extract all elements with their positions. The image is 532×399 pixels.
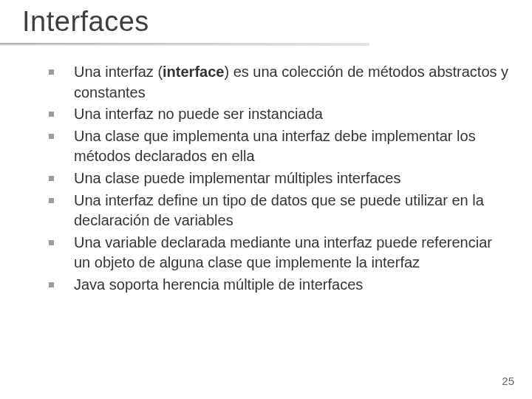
bullet-list: Una interfaz (interface) es una colecció…	[44, 62, 510, 297]
list-item-text: Una clase puede implementar múltiples in…	[74, 168, 510, 189]
list-item: Una interfaz no puede ser instanciada	[44, 104, 510, 125]
bullet-icon	[44, 191, 74, 231]
title-underline	[0, 43, 369, 44]
bullet-icon	[44, 168, 74, 189]
slide-title: Interfaces	[22, 6, 149, 38]
bullet-icon	[44, 233, 74, 273]
list-item: Java soporta herencia múltiple de interf…	[44, 275, 510, 296]
list-item: Una variable declarada mediante una inte…	[44, 233, 510, 273]
bullet-icon	[44, 62, 74, 103]
bullet-icon	[44, 126, 74, 167]
list-item-text: Java soporta herencia múltiple de interf…	[74, 275, 510, 296]
bullet-icon	[44, 275, 74, 296]
bullet-icon	[44, 104, 74, 125]
list-item: Una clase que implementa una interfaz de…	[44, 126, 510, 167]
list-item: Una clase puede implementar múltiples in…	[44, 168, 510, 189]
list-item: Una interfaz define un tipo de datos que…	[44, 191, 510, 231]
list-item-text: Una interfaz no puede ser instanciada	[74, 104, 510, 125]
list-item-text: Una variable declarada mediante una inte…	[74, 233, 510, 273]
page-number: 25	[502, 375, 514, 387]
list-item-text: Una interfaz (interface) es una colecció…	[74, 62, 510, 103]
list-item: Una interfaz (interface) es una colecció…	[44, 62, 510, 103]
list-item-text: Una clase que implementa una interfaz de…	[74, 126, 510, 167]
list-item-text: Una interfaz define un tipo de datos que…	[74, 191, 510, 231]
